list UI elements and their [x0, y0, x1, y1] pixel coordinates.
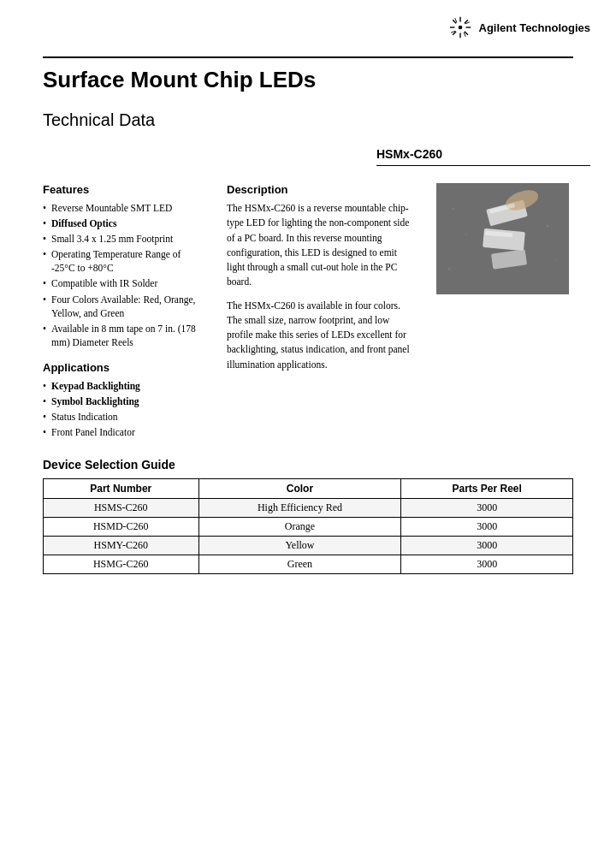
features-heading: Features: [43, 183, 205, 196]
list-item: Operating Temperature Range of -25°C to …: [43, 247, 205, 275]
table-cell-parts: 3000: [401, 555, 573, 574]
features-section: Features Reverse Mountable SMT LED Diffu…: [43, 183, 205, 349]
applications-list: Keypad Backlighting Symbol Backlighting …: [43, 379, 205, 439]
company-name: Agilent Technologies: [479, 21, 591, 34]
title-section: Surface Mount Chip LEDs Technical Data: [0, 56, 616, 130]
sub-title: Technical Data: [43, 110, 573, 130]
left-column: Features Reverse Mountable SMT LED Diffu…: [43, 183, 205, 441]
table-cell-color: High Efficiency Red: [198, 499, 401, 518]
table-cell-part: HSMD-C260: [44, 518, 199, 537]
main-title: Surface Mount Chip LEDs: [43, 67, 573, 93]
device-selection-section: Device Selection Guide Part Number Color…: [0, 441, 616, 600]
svg-point-23: [547, 225, 549, 228]
top-divider: [43, 56, 573, 58]
col-header-part-number: Part Number: [44, 479, 199, 499]
svg-point-0: [458, 26, 462, 30]
list-item: Keypad Backlighting: [43, 379, 205, 393]
part-number-section: HSMx-C260: [0, 147, 616, 166]
list-item: Diffused Optics: [43, 216, 205, 230]
right-column: [436, 183, 573, 441]
list-item: Symbol Backlighting: [43, 394, 205, 408]
col-header-parts-per-reel: Parts Per Reel: [401, 479, 573, 499]
table-row: HSMY-C260Yellow3000: [44, 537, 573, 555]
table-cell-part: HSMY-C260: [44, 537, 199, 555]
applications-section: Applications Keypad Backlighting Symbol …: [43, 361, 205, 439]
logo-area: Agilent Technologies: [448, 15, 591, 39]
device-selection-heading: Device Selection Guide: [43, 458, 573, 472]
col-header-color: Color: [198, 479, 401, 499]
header: Agilent Technologies: [0, 0, 616, 48]
agilent-logo-icon: [448, 15, 472, 39]
list-item: Available in 8 mm tape on 7 in. (178 mm)…: [43, 322, 205, 349]
product-image-svg: [436, 183, 569, 294]
list-item: Four Colors Available: Red, Orange, Yell…: [43, 293, 205, 320]
svg-point-22: [465, 234, 467, 235]
table-cell-color: Orange: [198, 518, 401, 537]
middle-column: Description The HSMx-C260 is a reverse m…: [218, 183, 424, 441]
table-cell-part: HSMG-C260: [44, 555, 199, 574]
part-number-label: HSMx-C260: [376, 147, 442, 161]
table-row: HSMS-C260High Efficiency Red3000: [44, 499, 573, 518]
table-cell-parts: 3000: [401, 499, 573, 518]
svg-point-25: [448, 268, 451, 270]
main-content: Features Reverse Mountable SMT LED Diffu…: [0, 175, 616, 441]
table-row: HSMD-C260Orange3000: [44, 518, 573, 537]
product-image: [436, 183, 569, 294]
table-header-row: Part Number Color Parts Per Reel: [44, 479, 573, 499]
device-selection-table: Part Number Color Parts Per Reel HSMS-C2…: [43, 478, 573, 574]
features-list: Reverse Mountable SMT LED Diffused Optic…: [43, 201, 205, 349]
svg-point-21: [453, 208, 455, 211]
table-cell-color: Green: [198, 555, 401, 574]
table-row: HSMG-C260Green3000: [44, 555, 573, 574]
description-para-1: The HSMx-C260 is a reverse mountable chi…: [227, 201, 415, 290]
list-item: Compatible with IR Solder: [43, 276, 205, 290]
list-item: Status Indication: [43, 410, 205, 424]
applications-heading: Applications: [43, 361, 205, 374]
list-item: Front Panel Indicator: [43, 425, 205, 439]
description-para-2: The HSMx-C260 is available in four color…: [227, 299, 415, 372]
description-heading: Description: [227, 183, 415, 196]
list-item: Reverse Mountable SMT LED: [43, 201, 205, 215]
table-cell-parts: 3000: [401, 518, 573, 537]
part-number-box: HSMx-C260: [376, 147, 590, 166]
table-cell-parts: 3000: [401, 537, 573, 555]
table-cell-part: HSMS-C260: [44, 499, 199, 518]
list-item: Small 3.4 x 1.25 mm Footprint: [43, 232, 205, 246]
svg-point-24: [555, 259, 557, 261]
table-cell-color: Yellow: [198, 537, 401, 555]
